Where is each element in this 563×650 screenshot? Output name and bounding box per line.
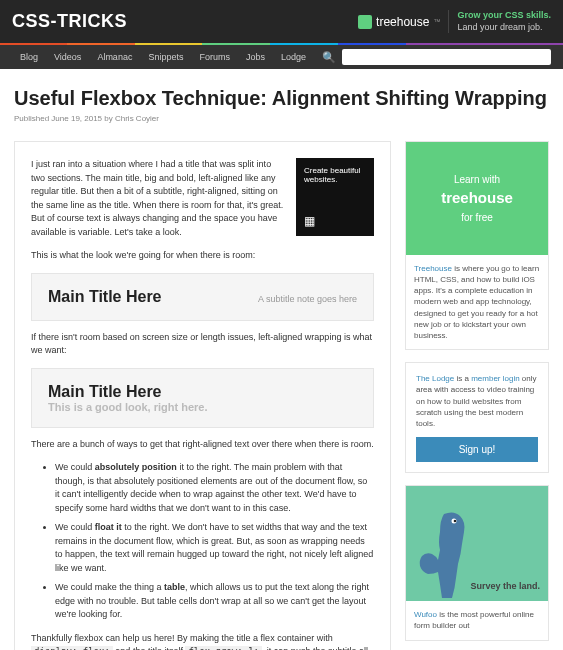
- layout: I just ran into a situation where I had …: [14, 141, 549, 650]
- paragraph-3: There are a bunch of ways to get that ri…: [31, 438, 374, 452]
- wufoo-link[interactable]: Wufoo: [414, 610, 437, 619]
- nav-lodge[interactable]: Lodge: [273, 45, 314, 69]
- article-body: I just ran into a situation where I had …: [14, 141, 391, 650]
- example-2: Main Title Here This is a good look, rig…: [31, 368, 374, 428]
- treehouse-logo: treehouse™: [358, 15, 440, 29]
- lodge-card: The Lodge is a member login only area wi…: [405, 362, 549, 473]
- main-nav: Blog Videos Almanac Snippets Forums Jobs…: [0, 43, 563, 69]
- list-item: We could float it to the right. We don't…: [55, 521, 374, 575]
- ex2-title: Main Title Here: [48, 383, 357, 401]
- content-wrapper: Useful Flexbox Technique: Alignment Shif…: [0, 69, 563, 650]
- squarespace-ad[interactable]: Create beautiful websites. ▦: [296, 158, 374, 236]
- ex1-title: Main Title Here: [48, 288, 162, 306]
- search-input[interactable]: [342, 49, 551, 65]
- treehouse-card[interactable]: Learn with treehouse for free Treehouse …: [405, 141, 549, 350]
- paragraph-2: If there isn't room based on screen size…: [31, 331, 374, 358]
- intro-paragraph: I just ran into a situation where I had …: [31, 158, 286, 239]
- th-link[interactable]: Treehouse: [414, 264, 452, 273]
- treehouse-icon: [358, 15, 372, 29]
- promo-text: Grow your CSS skills. Land your dream jo…: [448, 10, 551, 33]
- th-line1: Learn with: [454, 174, 500, 185]
- nav-jobs[interactable]: Jobs: [238, 45, 273, 69]
- th-line2: treehouse: [416, 187, 538, 210]
- survey-text: Survey the land.: [470, 581, 540, 591]
- nav-forums[interactable]: Forums: [191, 45, 238, 69]
- nav-blog[interactable]: Blog: [12, 45, 46, 69]
- squarespace-icon: ▦: [304, 214, 366, 228]
- code-inline: display: flex;: [31, 646, 113, 650]
- signup-button[interactable]: Sign up!: [416, 437, 538, 462]
- nav-almanac[interactable]: Almanac: [89, 45, 140, 69]
- sq-ad-text: Create beautiful websites.: [304, 166, 366, 184]
- list-item: We could absolutely position it to the r…: [55, 461, 374, 515]
- sidebar: Learn with treehouse for free Treehouse …: [405, 141, 549, 650]
- svg-point-1: [454, 520, 457, 523]
- nav-videos[interactable]: Videos: [46, 45, 89, 69]
- site-logo[interactable]: CSS-TRICKS: [12, 11, 127, 32]
- header-promo[interactable]: treehouse™ Grow your CSS skills. Land yo…: [358, 10, 551, 33]
- lodge-link[interactable]: The Lodge: [416, 374, 454, 383]
- intro-wrap: I just ran into a situation where I had …: [31, 158, 374, 239]
- code-inline: flex-grow: 1;: [185, 646, 261, 650]
- paragraph-4: Thankfully flexbox can help us here! By …: [31, 632, 374, 650]
- promo-line2: Land your dream job.: [457, 22, 551, 34]
- nav-snippets[interactable]: Snippets: [140, 45, 191, 69]
- lodge-text: The Lodge is a member login only area wi…: [416, 373, 538, 429]
- nav-search: 🔍: [322, 49, 551, 65]
- wufoo-desc: Wufoo is the most powerful online form b…: [406, 601, 548, 639]
- th-desc: Treehouse is where you go to learn HTML,…: [406, 255, 548, 349]
- th-line3: for free: [461, 212, 493, 223]
- promo-line1: Grow your CSS skills.: [457, 10, 551, 22]
- member-login-link[interactable]: member login: [471, 374, 519, 383]
- wufoo-card[interactable]: Survey the land. Wufoo is the most power…: [405, 485, 549, 640]
- search-icon[interactable]: 🔍: [322, 51, 336, 64]
- options-list: We could absolutely position it to the r…: [55, 461, 374, 622]
- list-item: We could make the thing a table, which a…: [55, 581, 374, 622]
- ex2-subtitle: This is a good look, right here.: [48, 401, 357, 413]
- site-header: CSS-TRICKS treehouse™ Grow your CSS skil…: [0, 0, 563, 43]
- paragraph-1: This is what the look we're going for wh…: [31, 249, 374, 263]
- ex1-subtitle: A subtitle note goes here: [258, 294, 357, 304]
- treehouse-name: treehouse: [376, 15, 429, 29]
- example-1: Main Title Here A subtitle note goes her…: [31, 273, 374, 321]
- article-meta: Published June 19, 2015 by Chris Coyier: [14, 114, 549, 123]
- article-title: Useful Flexbox Technique: Alignment Shif…: [14, 87, 549, 110]
